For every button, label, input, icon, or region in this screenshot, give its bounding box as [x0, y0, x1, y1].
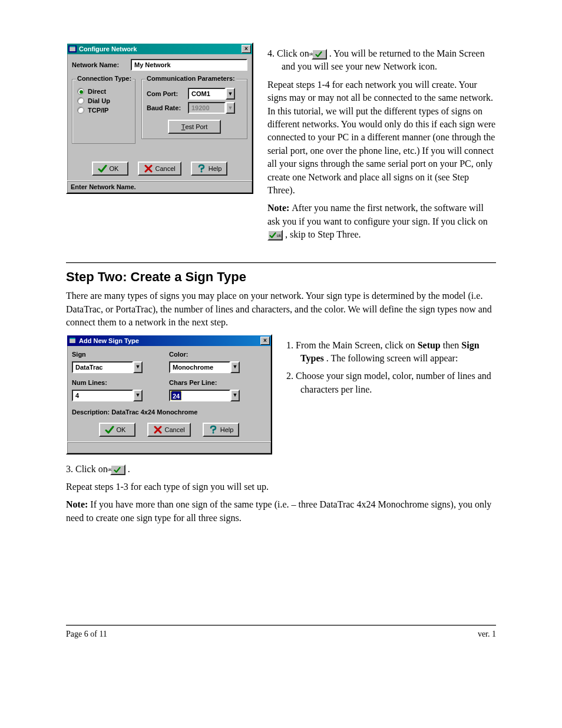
group-legend: Communication Parameters: — [146, 75, 236, 82]
instruction-3: 3. Click on ok . — [80, 463, 496, 476]
sign-label: Sign — [72, 351, 169, 358]
radio-dialup[interactable]: Dial Up — [77, 97, 130, 104]
dialog-titlebar[interactable]: Configure Network × — [67, 44, 252, 54]
ok-button[interactable]: OK — [99, 423, 135, 437]
app-icon — [68, 45, 77, 52]
ok-button[interactable]: OK — [92, 162, 128, 176]
check-icon — [98, 164, 107, 173]
radio-dot-icon — [77, 97, 84, 104]
connection-type-group: Connection Type: Direct Dial Up — [72, 79, 135, 144]
chevron-down-icon: ▼ — [226, 102, 235, 114]
radio-dot-icon — [77, 88, 84, 95]
question-icon — [209, 425, 218, 434]
dialog-title: Configure Network — [79, 45, 137, 52]
ok-mini-icon: ok — [267, 230, 283, 241]
divider — [66, 262, 496, 263]
cpl-value: 24 — [171, 391, 181, 400]
ok-mini-icon: ok — [110, 465, 125, 475]
baud-rate-select: 19200 ▼ — [188, 102, 235, 114]
color-value: Monochrome — [173, 364, 213, 371]
chevron-down-icon[interactable]: ▼ — [226, 88, 235, 100]
radio-tcpip[interactable]: TCP/IP — [77, 107, 130, 114]
radio-label: Dial Up — [88, 97, 110, 104]
cpl-label: Chars Per Line: — [169, 379, 266, 386]
x-icon — [144, 164, 153, 173]
baud-rate-value: 19200 — [191, 104, 210, 111]
repeat-paragraph: Repeat steps 1-4 for each network you wi… — [267, 78, 496, 197]
test-port-button[interactable]: TTest Portest Port — [168, 120, 221, 134]
question-icon — [197, 164, 206, 173]
divider — [66, 625, 496, 626]
footer-version: ver. 1 — [478, 630, 496, 639]
heading-step-two: Step Two: Create a Sign Type — [66, 269, 496, 285]
button-label: Help — [209, 165, 222, 172]
app-icon — [68, 337, 77, 344]
button-label: Cancel — [165, 426, 185, 433]
group-legend: Connection Type: — [76, 75, 133, 82]
ok-mini-icon: ok — [312, 49, 327, 60]
cancel-button[interactable]: Cancel — [138, 162, 181, 176]
cpl-select[interactable]: 24 ▼ — [169, 390, 240, 401]
button-label: T — [181, 123, 186, 130]
com-port-select[interactable]: COM1 ▼ — [188, 88, 235, 100]
button-label: OK — [117, 426, 126, 433]
chevron-down-icon[interactable]: ▼ — [230, 361, 240, 373]
chevron-down-icon[interactable]: ▼ — [133, 390, 143, 401]
comm-params-group: Communication Parameters: Com Port: COM1… — [141, 79, 247, 139]
color-label: Color: — [169, 351, 266, 358]
status-bar — [67, 442, 271, 453]
num-lines-value: 4 — [75, 392, 79, 399]
network-name-label: Network Name: — [72, 61, 131, 68]
status-text: Enter Network Name. — [71, 183, 136, 190]
radio-label: Direct — [88, 88, 106, 95]
instruction-1: 1. From the Main Screen, click on Setup … — [300, 339, 496, 365]
radio-dot-icon — [77, 107, 84, 114]
instruction-4: 4. Click on ok . You will be returned to… — [282, 47, 496, 74]
com-port-value: COM1 — [191, 90, 210, 97]
description-text: Description: DataTrac 4x24 Monochrome — [72, 409, 266, 416]
chevron-down-icon[interactable]: ▼ — [230, 390, 240, 401]
link-step-three[interactable]: Step Three — [318, 229, 358, 239]
footer-page: Page 6 of 11 — [66, 630, 107, 639]
help-button[interactable]: Help — [191, 162, 228, 176]
dialog-titlebar[interactable]: Add New Sign Type × — [67, 335, 271, 346]
help-button[interactable]: Help — [203, 423, 240, 437]
sign-select[interactable]: DataTrac ▼ — [72, 361, 143, 373]
chevron-down-icon[interactable]: ▼ — [133, 361, 143, 373]
baud-rate-label: Baud Rate: — [147, 104, 188, 111]
close-icon[interactable]: × — [260, 337, 270, 345]
repeat-sign-types: Repeat steps 1-3 for each type of sign y… — [66, 480, 496, 493]
instruction-2: 2. Choose your sign model, color, number… — [300, 370, 496, 396]
note-a: Note: After you name the first network, … — [267, 202, 496, 241]
dialog-title: Add New Sign Type — [79, 337, 139, 344]
button-label: Help — [220, 426, 234, 433]
num-lines-label: Num Lines: — [72, 379, 169, 386]
status-bar: Enter Network Name. — [67, 180, 252, 193]
cancel-button[interactable]: Cancel — [147, 423, 191, 437]
com-port-label: Com Port: — [147, 90, 188, 97]
close-icon[interactable]: × — [242, 45, 251, 53]
radio-direct[interactable]: Direct — [77, 88, 130, 95]
x-icon — [153, 425, 163, 434]
sign-value: DataTrac — [75, 364, 103, 371]
button-label: OK — [110, 165, 119, 172]
radio-label: TCP/IP — [88, 107, 108, 114]
step-two-intro: There are many types of signs you may pl… — [66, 289, 496, 329]
button-label: Cancel — [156, 165, 176, 172]
network-name-input[interactable] — [131, 59, 247, 71]
add-new-sign-type-dialog: Add New Sign Type × Sign DataTrac ▼ — [66, 334, 272, 454]
check-icon — [105, 425, 114, 434]
color-select[interactable]: Monochrome ▼ — [169, 361, 240, 373]
num-lines-select[interactable]: 4 ▼ — [72, 390, 143, 401]
note-b: Note: If you have more than one sign of … — [66, 498, 496, 525]
configure-network-dialog: Configure Network × Network Name: Connec… — [66, 42, 253, 194]
